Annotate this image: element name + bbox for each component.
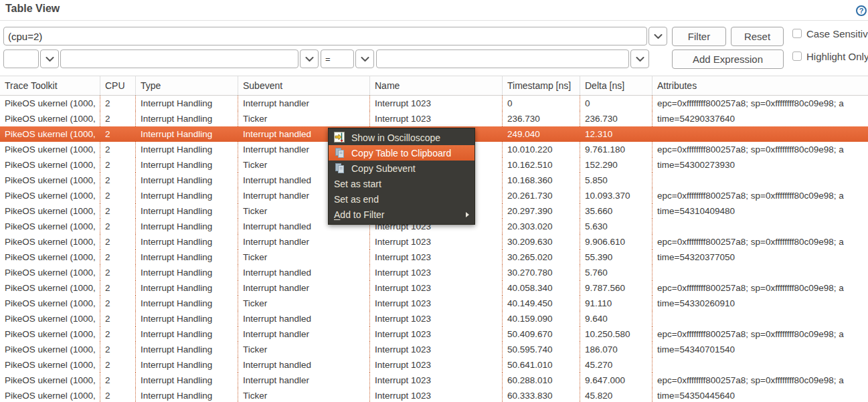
menu-item-show-in-oscilloscope[interactable]: Show in Oscilloscope (329, 130, 474, 145)
filter-operator-dropdown-button[interactable] (355, 49, 374, 68)
cell-subevent: Interrupt handler (238, 373, 370, 388)
highlight-only-checkbox[interactable] (792, 52, 802, 61)
filter-button[interactable]: Filter (672, 27, 726, 46)
cell-delta: 10.250.580 (580, 326, 653, 342)
cell-name: Interrupt 1023 (370, 311, 503, 326)
table-row[interactable]: PikeOS ukernel (1000,2Interrupt Handling… (0, 234, 868, 249)
table-header-row[interactable]: Trace ToolkitCPUTypeSubeventNameTimestam… (0, 76, 868, 96)
column-header[interactable]: Delta [ns] (580, 76, 653, 95)
filter-field2-input[interactable] (60, 49, 298, 68)
menu-item-copy-table-to-clipboard[interactable]: Copy Table to Clipboard (329, 145, 474, 161)
cell-subevent: Interrupt handled (238, 357, 370, 373)
column-header[interactable]: Timestamp [ns] (503, 76, 580, 95)
menu-item-copy-subevent[interactable]: Copy Subevent (329, 161, 474, 176)
cell-attributes: epc=0xffffffff800257a8; sp=0xffffffff80c… (653, 188, 868, 203)
cell-timestamp: 20.261.730 (503, 188, 580, 203)
add-expression-button[interactable]: Add Expression (672, 49, 784, 69)
table-row[interactable]: PikeOS ukernel (1000,2Interrupt Handling… (0, 280, 868, 296)
cell-cpu: 2 (100, 234, 136, 249)
filter-field3-dropdown-button[interactable] (630, 49, 649, 68)
cell-attributes (653, 311, 868, 326)
table-row[interactable]: PikeOS ukernel (1000,2Interrupt Handling… (0, 296, 868, 311)
case-sensitive-checkbox[interactable] (792, 29, 802, 38)
table-row[interactable]: PikeOS ukernel (1000,2Interrupt Handling… (0, 357, 868, 373)
column-header[interactable]: Name (370, 76, 503, 95)
cell-subevent: Ticker (238, 388, 370, 402)
cell-trace: PikeOS ukernel (1000, (0, 188, 100, 203)
table-row[interactable]: PikeOS ukernel (1000,2Interrupt Handling… (0, 249, 868, 265)
cell-type: Interrupt Handling (136, 173, 238, 188)
table-row[interactable]: PikeOS ukernel (1000,2Interrupt Handling… (0, 326, 868, 342)
title-separator (0, 20, 868, 21)
column-header[interactable]: CPU (100, 76, 136, 95)
cell-subevent: Interrupt handler (238, 234, 370, 249)
column-header[interactable]: Trace Toolkit (0, 76, 100, 95)
context-menu: Show in OscilloscopeCopy Table to Clipbo… (328, 128, 475, 225)
help-icon[interactable]: ? (856, 5, 867, 16)
cell-timestamp: 50.641.010 (503, 357, 580, 373)
filter-field1-dropdown-button[interactable] (40, 49, 59, 68)
column-header[interactable]: Subevent (238, 76, 370, 95)
cell-timestamp: 30.265.020 (503, 249, 580, 265)
cell-timestamp: 10.168.360 (503, 173, 580, 188)
cell-timestamp: 20.303.020 (503, 219, 580, 234)
filter-operator-input[interactable] (321, 49, 354, 68)
menu-item-set-as-start[interactable]: Set as start (329, 176, 474, 191)
table-row[interactable]: PikeOS ukernel (1000,2Interrupt Handling… (0, 265, 868, 280)
table-row[interactable]: PikeOS ukernel (1000,2Interrupt Handling… (0, 373, 868, 388)
highlight-only-label: Highlight Only (806, 51, 868, 62)
cell-subevent: Ticker (238, 296, 370, 311)
cell-attributes (653, 173, 868, 188)
chevron-down-icon (654, 31, 663, 41)
reset-button[interactable]: Reset (731, 27, 784, 46)
cell-trace: PikeOS ukernel (1000, (0, 173, 100, 188)
cell-delta: 5.630 (580, 219, 653, 234)
filter-field3-input[interactable] (376, 49, 629, 68)
cell-delta: 35.660 (580, 203, 653, 219)
filter-field1-input[interactable] (3, 49, 39, 68)
cell-timestamp: 40.149.450 (503, 296, 580, 311)
cell-attributes (653, 265, 868, 280)
cell-type: Interrupt Handling (136, 111, 238, 126)
cell-type: Interrupt Handling (136, 96, 238, 111)
table-row[interactable]: PikeOS ukernel (1000,2Interrupt Handling… (0, 311, 868, 326)
cell-type: Interrupt Handling (136, 188, 238, 203)
column-header[interactable]: Type (136, 76, 238, 95)
column-header[interactable]: Attributes (653, 76, 868, 95)
cell-delta: 9.761.180 (580, 142, 653, 157)
table-row[interactable]: PikeOS ukernel (1000,2Interrupt Handling… (0, 96, 868, 111)
cell-delta: 236.730 (580, 111, 653, 126)
menu-item-label: Copy Subevent (351, 163, 416, 174)
cell-type: Interrupt Handling (136, 219, 238, 234)
cell-type: Interrupt Handling (136, 326, 238, 342)
cell-timestamp: 0 (503, 96, 580, 111)
cell-delta: 5.850 (580, 173, 653, 188)
cell-attributes (653, 126, 868, 142)
filter-expression-input[interactable] (3, 27, 647, 45)
cell-cpu: 2 (100, 296, 136, 311)
cell-type: Interrupt Handling (136, 373, 238, 388)
cell-name: Interrupt 1023 (370, 280, 503, 296)
table-row[interactable]: PikeOS ukernel (1000,2Interrupt Handling… (0, 111, 868, 126)
menu-item-set-as-end[interactable]: Set as end (329, 191, 474, 207)
cell-delta: 10.093.370 (580, 188, 653, 203)
cell-delta: 9.647.000 (580, 373, 653, 388)
copy-icon (334, 147, 345, 159)
cell-trace: PikeOS ukernel (1000, (0, 357, 100, 373)
menu-item-add-to-filter[interactable]: Add to Filter (329, 207, 474, 222)
submenu-arrow-icon (466, 212, 469, 217)
cell-type: Interrupt Handling (136, 311, 238, 326)
cell-subevent: Interrupt handler (238, 326, 370, 342)
filter-expression-dropdown-button[interactable] (648, 27, 667, 45)
cell-trace: PikeOS ukernel (1000, (0, 219, 100, 234)
cell-name: Interrupt 1023 (370, 342, 503, 357)
cell-name: Interrupt 1023 (370, 111, 503, 126)
table-row[interactable]: PikeOS ukernel (1000,2Interrupt Handling… (0, 388, 868, 402)
table-row[interactable]: PikeOS ukernel (1000,2Interrupt Handling… (0, 342, 868, 357)
cell-attributes (653, 219, 868, 234)
cell-type: Interrupt Handling (136, 296, 238, 311)
filter-field2-dropdown-button[interactable] (300, 49, 319, 68)
cell-name: Interrupt 1023 (370, 357, 503, 373)
cell-trace: PikeOS ukernel (1000, (0, 342, 100, 357)
cell-timestamp: 30.209.630 (503, 234, 580, 249)
